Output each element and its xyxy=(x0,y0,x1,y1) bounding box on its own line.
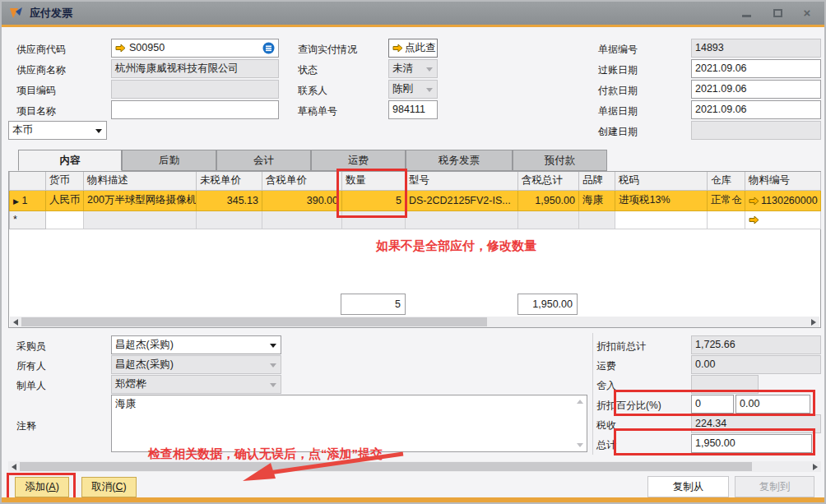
col-unit-price[interactable]: 未税单价 xyxy=(197,172,262,190)
cancel-button[interactable]: 取消(C) xyxy=(81,477,137,497)
project-code-field xyxy=(111,80,279,99)
submit-annotation: 检查相关数据，确认无误后，点“添加”提交 xyxy=(148,446,383,462)
table-hscrollbar[interactable] xyxy=(10,317,819,327)
posting-date-value: 2021.09.06 xyxy=(695,62,747,74)
project-name-field[interactable] xyxy=(111,100,279,119)
copy-to-button: 复制到 xyxy=(735,476,814,497)
doc-date-label: 单据日期 xyxy=(598,104,638,118)
project-code-label: 项目编码 xyxy=(16,84,56,98)
row-header-cell[interactable]: ▶ 1 xyxy=(10,190,46,210)
col-quantity[interactable]: 数量 xyxy=(342,172,406,190)
form-hscrollbar[interactable] xyxy=(8,461,821,472)
col-model[interactable]: 型号 xyxy=(406,172,518,190)
cell-item-no[interactable]: 1130260000 xyxy=(745,190,821,210)
link-arrow-icon xyxy=(392,44,403,53)
col-item-desc[interactable]: 物料描述 xyxy=(84,172,197,190)
buyer-value: 昌超杰(采购) xyxy=(115,339,174,350)
cell-item-no-empty[interactable] xyxy=(745,210,821,229)
close-icon: × xyxy=(804,6,811,20)
app-logo-icon xyxy=(8,6,25,21)
link-arrow-icon[interactable] xyxy=(115,44,126,53)
scroll-left-icon[interactable] xyxy=(12,464,16,470)
chevron-down-icon xyxy=(270,344,276,348)
creator-label: 制单人 xyxy=(16,379,46,393)
vendor-name-field: 杭州海康威视科技有限公司 xyxy=(111,59,279,78)
col-currency[interactable]: 货币 xyxy=(46,172,84,190)
panel-divider xyxy=(592,333,593,455)
row-pointer-icon: ▶ xyxy=(13,197,19,206)
due-date-value: 2021.09.06 xyxy=(695,83,747,95)
col-brand[interactable]: 品牌 xyxy=(579,172,615,190)
remarks-textarea[interactable]: 海康 xyxy=(111,395,587,452)
col-gross-total[interactable]: 含税总计 xyxy=(518,172,579,190)
link-arrow-icon[interactable] xyxy=(749,197,759,206)
add-button[interactable]: 添加(A) xyxy=(15,477,69,497)
scroll-left-icon[interactable] xyxy=(13,319,18,326)
tab-prepayment[interactable]: 预付款 xyxy=(513,150,607,171)
tab-contents[interactable]: 内容 xyxy=(18,150,122,171)
vendor-code-field[interactable]: S00950 xyxy=(111,39,279,58)
total-field[interactable]: 1,950.00 xyxy=(691,434,812,453)
draft-no-value: 984111 xyxy=(392,104,425,115)
cell-model[interactable]: DS-2CD2125FV2-IS... xyxy=(406,190,518,210)
due-date-field[interactable]: 2021.09.06 xyxy=(691,80,821,99)
copy-from-button[interactable]: 复制从 xyxy=(647,476,729,497)
col-item-no[interactable]: 物料编号 xyxy=(745,172,821,190)
scroll-down-icon xyxy=(577,443,583,447)
status-value: 未清 xyxy=(392,62,413,74)
create-date-field xyxy=(691,121,821,140)
tab-tax-invoice[interactable]: 税务发票 xyxy=(406,150,513,171)
scroll-right-icon[interactable] xyxy=(813,464,818,470)
buyer-combo[interactable]: 昌超杰(采购) xyxy=(111,335,281,354)
doc-no-label: 单据编号 xyxy=(598,43,638,57)
table-row: ▶ 1 人民币 200万半球型网络摄像机 345.13 390.00 5 DS-… xyxy=(10,190,821,210)
cell-currency-empty[interactable] xyxy=(46,210,84,229)
contact-label: 联系人 xyxy=(298,84,327,98)
freight-field: 0.00 xyxy=(691,355,821,374)
window-title: 应付发票 xyxy=(30,6,72,21)
form-hscroll-thumb[interactable] xyxy=(20,462,752,471)
owner-label: 所有人 xyxy=(16,359,46,373)
tab-accounting[interactable]: 会计 xyxy=(216,150,311,171)
cell-quantity[interactable]: 5 xyxy=(342,190,406,210)
cell-tax-code[interactable]: 进项税13% xyxy=(615,190,708,210)
posting-date-field[interactable]: 2021.09.06 xyxy=(691,59,821,78)
col-row-number[interactable] xyxy=(10,172,46,190)
title-bar: 应付发票 xyxy=(2,2,824,25)
status-combo: 未清 xyxy=(388,59,438,78)
new-row-marker[interactable]: * xyxy=(10,210,46,229)
tab-freight[interactable]: 运费 xyxy=(311,150,406,171)
amount-total-field[interactable]: 1,950.00 xyxy=(517,294,578,315)
draft-no-field[interactable]: 984111 xyxy=(388,100,438,119)
discount-pct-field[interactable]: 0 xyxy=(691,395,734,414)
vendor-name-value: 杭州海康威视科技有限公司 xyxy=(115,62,239,74)
close-button[interactable]: × xyxy=(796,5,818,21)
discount-amt-field[interactable]: 0.00 xyxy=(736,395,810,414)
cell-gross-price[interactable]: 390.00 xyxy=(262,190,342,210)
minimize-button[interactable] xyxy=(736,5,757,21)
cell-gross-total[interactable]: 1,950.00 xyxy=(518,190,579,210)
table-hscroll-thumb[interactable] xyxy=(21,317,487,326)
tab-logistics[interactable]: 后勤 xyxy=(122,150,216,171)
ap-invoice-window: 应付发票 × 供应商代码 S00950 供应商名称 杭州海康威视科技有限公司 项… xyxy=(0,0,826,504)
cell-warehouse[interactable]: 正常仓 xyxy=(708,190,745,210)
cell-currency[interactable]: 人民币 xyxy=(46,190,84,210)
col-tax-code[interactable]: 税码 xyxy=(615,172,708,190)
link-arrow-icon[interactable] xyxy=(749,215,759,224)
cell-unit-price[interactable]: 345.13 xyxy=(197,190,262,210)
chevron-down-icon xyxy=(95,129,102,133)
query-payment-button[interactable]: 点此查 xyxy=(388,39,438,58)
cell-brand[interactable]: 海康 xyxy=(579,190,615,210)
quantity-total-field[interactable]: 5 xyxy=(341,294,406,315)
col-warehouse[interactable]: 仓库 xyxy=(708,172,745,190)
scroll-right-icon[interactable] xyxy=(811,319,816,326)
col-gross-price[interactable]: 含税单价 xyxy=(262,172,342,190)
currency-combo[interactable]: 本币 xyxy=(8,121,107,140)
vendor-name-label: 供应商名称 xyxy=(16,63,66,77)
doc-date-value: 2021.09.06 xyxy=(695,104,747,115)
choose-from-list-icon[interactable] xyxy=(262,42,275,54)
owner-combo: 昌超杰(采购) xyxy=(111,355,281,374)
doc-date-field[interactable]: 2021.09.06 xyxy=(691,100,821,119)
cell-item-desc[interactable]: 200万半球型网络摄像机 xyxy=(84,190,197,210)
maximize-button[interactable] xyxy=(767,5,788,21)
